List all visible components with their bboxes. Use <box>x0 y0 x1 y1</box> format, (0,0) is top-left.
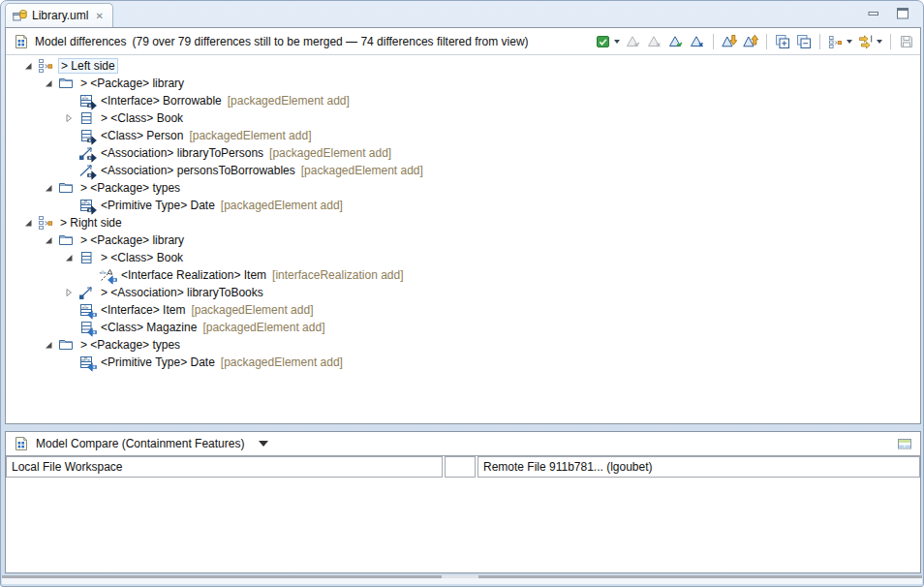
tree-item-label: > <Package> types <box>78 338 182 352</box>
accept-disabled-icon <box>626 34 641 49</box>
expander-collapsed-icon[interactable] <box>62 286 76 299</box>
diff-kind-label: [packagedElement add] <box>228 94 350 108</box>
expander-expanded-icon[interactable] <box>42 77 55 90</box>
tree-item-label: <Primitive Type> Date <box>99 199 217 212</box>
association-solid-icon <box>78 285 94 300</box>
reject-all-changes-button[interactable] <box>688 32 707 51</box>
association-icon <box>78 163 94 178</box>
tree-row[interactable]: > <Package> library <box>6 75 920 92</box>
expander-expanded-icon[interactable] <box>62 251 76 264</box>
right-add-overlay-icon <box>87 327 97 337</box>
package-icon <box>58 337 74 353</box>
dropdown-arrow-icon[interactable] <box>614 40 620 44</box>
tree-row[interactable]: <Association> libraryToPersons[packagedE… <box>6 144 920 162</box>
maximize-button[interactable] <box>894 6 911 21</box>
diff-kind-label: [packagedElement add] <box>202 321 324 334</box>
tree-row[interactable]: > Right side <box>6 214 920 232</box>
left-add-overlay-icon <box>87 101 97 110</box>
differences-toolbar <box>594 32 916 51</box>
tree-row[interactable]: «I»<Interface> Item[packagedElement add] <box>6 301 920 319</box>
expander-placeholder <box>62 94 76 108</box>
filters-button[interactable] <box>856 32 884 51</box>
left-add-overlay-icon <box>87 153 97 163</box>
primitive-icon: «P» <box>78 198 94 213</box>
interface-icon: «I» <box>78 302 94 318</box>
svg-text:«P»: «P» <box>81 356 90 362</box>
tab-library-uml[interactable]: Library.uml ✕ <box>5 3 113 27</box>
association-solid-icon <box>78 145 94 161</box>
tree-row[interactable]: > <Package> types <box>6 336 920 354</box>
tree-row[interactable]: > <Class> Book <box>6 249 920 266</box>
toolbar-separator <box>766 34 767 49</box>
minimize-button[interactable] <box>865 6 882 21</box>
tree-row[interactable]: «I»<Interface Realization> Item[interfac… <box>6 266 920 284</box>
merged-differences-filter-button[interactable] <box>594 32 622 51</box>
close-icon[interactable]: ✕ <box>95 11 103 21</box>
compare-column-headers: Local File Workspace Remote File 911b781… <box>6 456 920 478</box>
expander-collapsed-icon[interactable] <box>62 111 76 125</box>
tree-row[interactable]: «I»<Interface> Borrowable[packagedElemen… <box>6 92 920 109</box>
expander-placeholder <box>62 303 76 317</box>
panel-title: Model Compare (Containment Features) <box>36 437 244 450</box>
tree-item-label: > Left side <box>58 58 118 74</box>
right-add-overlay-icon <box>87 362 97 372</box>
expand-all-button[interactable] <box>773 32 792 51</box>
toolbar-separator <box>890 34 891 49</box>
tree-item-label: <Association> libraryToPersons <box>99 146 265 160</box>
compare-editor-icon <box>12 8 27 23</box>
right-add-overlay-icon <box>108 275 117 285</box>
model-compare-panel: Model Compare (Containment Features) Loc… <box>5 431 921 573</box>
right-add-overlay-icon <box>87 310 97 320</box>
collapse-all-icon <box>796 34 812 49</box>
class-icon <box>78 250 94 265</box>
tree-row[interactable]: «P»<Primitive Type> Date[packagedElement… <box>6 354 920 371</box>
tree-item-label: <Interface> Borrowable <box>99 94 224 108</box>
tree-row[interactable]: <Class> Person[packagedElement add] <box>6 127 920 144</box>
tree-row[interactable]: > <Class> Book <box>6 109 920 127</box>
next-diff-icon <box>722 34 737 49</box>
tree-row[interactable]: <Class> Magazine[packagedElement add] <box>6 319 920 336</box>
expander-placeholder <box>62 199 76 212</box>
tree-row[interactable]: > <Association> libraryToBooks <box>6 284 920 301</box>
expander-expanded-icon[interactable] <box>42 338 55 352</box>
bottom-strip <box>2 578 922 584</box>
compare-content-area <box>6 478 920 572</box>
expander-expanded-icon[interactable] <box>42 181 55 195</box>
column-header-remote[interactable]: Remote File 911b781... (lgoubet) <box>477 456 920 478</box>
expander-expanded-icon[interactable] <box>21 59 35 73</box>
left-add-overlay-icon <box>87 205 97 215</box>
next-difference-button[interactable] <box>720 32 739 51</box>
save-comparison-button[interactable] <box>897 32 916 51</box>
diff-kind-label: [interfaceRealization add] <box>272 268 403 282</box>
dropdown-arrow-icon[interactable] <box>877 40 882 44</box>
expander-placeholder <box>62 146 76 160</box>
diff-kind-label: [packagedElement add] <box>189 129 311 142</box>
tree-row[interactable]: > <Package> library <box>6 232 920 249</box>
tree-row[interactable]: > <Package> types <box>6 179 920 197</box>
panel-title: Model differences <box>35 35 127 48</box>
diff-kind-label: [packagedElement add] <box>191 303 313 317</box>
previous-difference-button[interactable] <box>741 32 760 51</box>
collapse-all-button[interactable] <box>794 32 814 51</box>
tree-item-label: <Primitive Type> Date <box>99 355 217 369</box>
expander-expanded-icon[interactable] <box>21 216 35 230</box>
expander-placeholder <box>62 355 76 369</box>
dropdown-arrow-icon[interactable] <box>847 40 852 44</box>
column-header-middle[interactable] <box>445 456 476 478</box>
chevron-down-icon[interactable] <box>259 441 268 447</box>
reject-change-button[interactable] <box>645 32 664 51</box>
diff-kind-label: [packagedElement add] <box>221 199 343 212</box>
group-by-button[interactable] <box>826 32 854 51</box>
prev-diff-icon <box>743 34 758 49</box>
package-icon <box>58 232 74 248</box>
accept-change-button[interactable] <box>624 32 643 51</box>
layout-toggle-button[interactable] <box>895 434 914 453</box>
tree-item-label: <Class> Magazine <box>99 321 199 334</box>
accept-all-changes-button[interactable] <box>666 32 686 51</box>
tree-row[interactable]: > Left side <box>6 57 920 75</box>
tree-row[interactable]: <Association> personsToBorrowables[packa… <box>6 162 920 179</box>
expander-expanded-icon[interactable] <box>42 233 55 247</box>
svg-text:«I»: «I» <box>81 95 88 101</box>
tree-row[interactable]: «P»<Primitive Type> Date[packagedElement… <box>6 197 920 214</box>
column-header-local[interactable]: Local File Workspace <box>6 456 443 478</box>
